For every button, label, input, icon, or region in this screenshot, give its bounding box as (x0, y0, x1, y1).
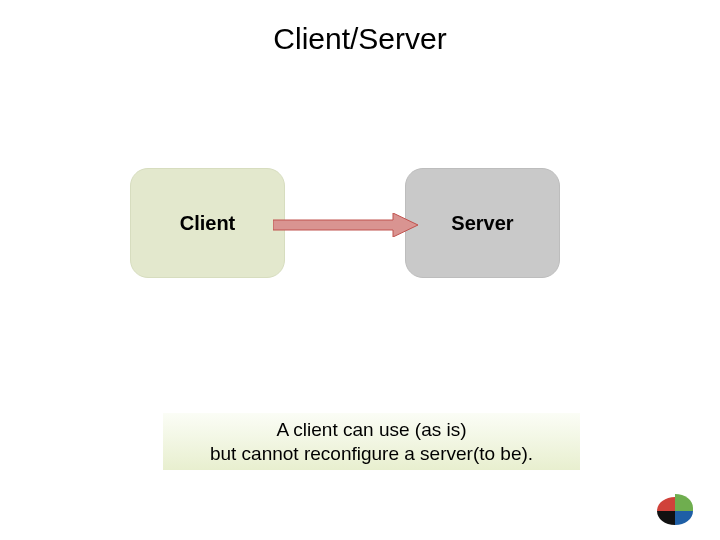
client-to-server-arrow (273, 213, 418, 237)
client-node-label: Client (180, 212, 236, 235)
corner-logo-icon (652, 494, 698, 528)
caption-line-1: A client can use (as is) (210, 418, 533, 442)
caption-box: A client can use (as is) but cannot reco… (163, 413, 580, 470)
arrow-right-icon (273, 213, 418, 237)
server-node-label: Server (451, 212, 513, 235)
server-node: Server (405, 168, 560, 278)
slide-title: Client/Server (0, 22, 720, 56)
caption-line-2: but cannot reconfigure a server(to be). (210, 442, 533, 466)
client-node: Client (130, 168, 285, 278)
